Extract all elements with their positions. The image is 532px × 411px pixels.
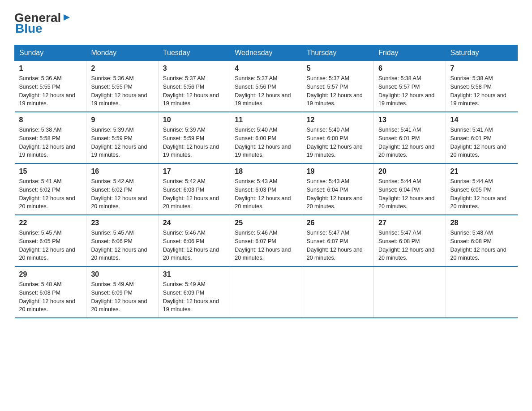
calendar-cell: 11 Sunrise: 5:40 AMSunset: 6:00 PMDaylig…: [230, 112, 302, 163]
calendar-header-monday: Monday: [86, 45, 158, 61]
calendar-cell: 29 Sunrise: 5:48 AMSunset: 6:08 PMDaylig…: [15, 266, 86, 318]
day-number: 21: [450, 167, 513, 176]
calendar-cell: 22 Sunrise: 5:45 AMSunset: 6:05 PMDaylig…: [15, 215, 86, 266]
calendar-week-5: 29 Sunrise: 5:48 AMSunset: 6:08 PMDaylig…: [15, 266, 518, 318]
day-number: 28: [450, 219, 513, 227]
calendar-cell: 12 Sunrise: 5:40 AMSunset: 6:00 PMDaylig…: [302, 112, 373, 163]
day-info: Sunrise: 5:37 AMSunset: 5:56 PMDaylight:…: [163, 74, 225, 108]
day-number: 25: [235, 219, 297, 227]
day-info: Sunrise: 5:46 AMSunset: 6:06 PMDaylight:…: [163, 229, 225, 262]
calendar-cell: 2 Sunrise: 5:36 AMSunset: 5:55 PMDayligh…: [86, 61, 158, 112]
day-info: Sunrise: 5:46 AMSunset: 6:07 PMDaylight:…: [235, 229, 297, 262]
day-info: Sunrise: 5:41 AMSunset: 6:01 PMDaylight:…: [378, 126, 441, 159]
day-number: 31: [163, 270, 225, 278]
day-info: Sunrise: 5:49 AMSunset: 6:09 PMDaylight:…: [163, 280, 225, 314]
calendar-header-sunday: Sunday: [15, 45, 86, 61]
day-number: 24: [163, 219, 225, 227]
day-number: 22: [19, 219, 82, 227]
day-info: Sunrise: 5:40 AMSunset: 6:00 PMDaylight:…: [235, 126, 297, 159]
day-number: 19: [307, 167, 369, 176]
calendar-cell: 9 Sunrise: 5:39 AMSunset: 5:59 PMDayligh…: [86, 112, 158, 163]
day-info: Sunrise: 5:39 AMSunset: 5:59 PMDaylight:…: [163, 126, 225, 159]
day-number: 30: [91, 270, 153, 278]
day-info: Sunrise: 5:47 AMSunset: 6:07 PMDaylight:…: [307, 229, 369, 262]
logo-arrow-icon: [62, 13, 72, 22]
day-number: 1: [19, 64, 82, 73]
calendar-cell: 28 Sunrise: 5:48 AMSunset: 6:08 PMDaylig…: [446, 215, 517, 266]
calendar-cell: 17 Sunrise: 5:42 AMSunset: 6:03 PMDaylig…: [158, 163, 230, 215]
calendar-cell: 13 Sunrise: 5:41 AMSunset: 6:01 PMDaylig…: [374, 112, 446, 163]
day-info: Sunrise: 5:39 AMSunset: 5:59 PMDaylight:…: [91, 126, 153, 159]
calendar-week-4: 22 Sunrise: 5:45 AMSunset: 6:05 PMDaylig…: [15, 215, 518, 266]
page-header: General Blue: [14, 11, 518, 36]
day-info: Sunrise: 5:42 AMSunset: 6:02 PMDaylight:…: [91, 177, 153, 211]
day-number: 14: [450, 116, 513, 124]
calendar-header-row: SundayMondayTuesdayWednesdayThursdayFrid…: [15, 45, 518, 61]
day-number: 27: [378, 219, 441, 227]
day-number: 5: [307, 64, 369, 73]
day-number: 10: [163, 116, 225, 124]
calendar-cell: 19 Sunrise: 5:43 AMSunset: 6:04 PMDaylig…: [302, 163, 373, 215]
calendar-cell: [302, 266, 373, 318]
day-info: Sunrise: 5:38 AMSunset: 5:58 PMDaylight:…: [19, 126, 82, 159]
calendar-cell: 8 Sunrise: 5:38 AMSunset: 5:58 PMDayligh…: [15, 112, 86, 163]
calendar-week-1: 1 Sunrise: 5:36 AMSunset: 5:55 PMDayligh…: [15, 61, 518, 112]
calendar-cell: 24 Sunrise: 5:46 AMSunset: 6:06 PMDaylig…: [158, 215, 230, 266]
day-info: Sunrise: 5:48 AMSunset: 6:08 PMDaylight:…: [19, 280, 82, 314]
calendar-cell: [230, 266, 302, 318]
day-info: Sunrise: 5:43 AMSunset: 6:04 PMDaylight:…: [307, 177, 369, 211]
calendar-cell: 25 Sunrise: 5:46 AMSunset: 6:07 PMDaylig…: [230, 215, 302, 266]
day-info: Sunrise: 5:42 AMSunset: 6:03 PMDaylight:…: [163, 177, 225, 211]
calendar-header-wednesday: Wednesday: [230, 45, 302, 61]
day-info: Sunrise: 5:44 AMSunset: 6:05 PMDaylight:…: [450, 177, 513, 211]
calendar-cell: 23 Sunrise: 5:45 AMSunset: 6:06 PMDaylig…: [86, 215, 158, 266]
calendar-cell: 6 Sunrise: 5:38 AMSunset: 5:57 PMDayligh…: [374, 61, 446, 112]
day-number: 3: [163, 64, 225, 73]
calendar-week-3: 15 Sunrise: 5:41 AMSunset: 6:02 PMDaylig…: [15, 163, 518, 215]
day-info: Sunrise: 5:44 AMSunset: 6:04 PMDaylight:…: [378, 177, 441, 211]
logo: General Blue: [14, 11, 72, 36]
day-info: Sunrise: 5:45 AMSunset: 6:05 PMDaylight:…: [19, 229, 82, 262]
day-number: 17: [163, 167, 225, 176]
day-number: 23: [91, 219, 153, 227]
calendar-cell: 4 Sunrise: 5:37 AMSunset: 5:56 PMDayligh…: [230, 61, 302, 112]
day-info: Sunrise: 5:36 AMSunset: 5:55 PMDaylight:…: [19, 74, 82, 108]
calendar-cell: 7 Sunrise: 5:38 AMSunset: 5:58 PMDayligh…: [446, 61, 517, 112]
calendar-cell: [446, 266, 517, 318]
calendar-cell: 1 Sunrise: 5:36 AMSunset: 5:55 PMDayligh…: [15, 61, 86, 112]
calendar-cell: 21 Sunrise: 5:44 AMSunset: 6:05 PMDaylig…: [446, 163, 517, 215]
day-info: Sunrise: 5:49 AMSunset: 6:09 PMDaylight:…: [91, 280, 153, 314]
day-number: 15: [19, 167, 82, 176]
calendar-table: SundayMondayTuesdayWednesdayThursdayFrid…: [14, 45, 518, 318]
day-number: 8: [19, 116, 82, 124]
svg-marker-0: [64, 14, 70, 21]
day-info: Sunrise: 5:41 AMSunset: 6:01 PMDaylight:…: [450, 126, 513, 159]
calendar-header-saturday: Saturday: [446, 45, 517, 61]
calendar-cell: 27 Sunrise: 5:47 AMSunset: 6:08 PMDaylig…: [374, 215, 446, 266]
day-number: 4: [235, 64, 297, 73]
logo-blue-text: Blue: [15, 21, 43, 36]
calendar-cell: 5 Sunrise: 5:37 AMSunset: 5:57 PMDayligh…: [302, 61, 373, 112]
day-number: 9: [91, 116, 153, 124]
day-number: 2: [91, 64, 153, 73]
calendar-cell: 31 Sunrise: 5:49 AMSunset: 6:09 PMDaylig…: [158, 266, 230, 318]
day-info: Sunrise: 5:38 AMSunset: 5:57 PMDaylight:…: [378, 74, 441, 108]
day-info: Sunrise: 5:36 AMSunset: 5:55 PMDaylight:…: [91, 74, 153, 108]
calendar-header-friday: Friday: [374, 45, 446, 61]
calendar-cell: [374, 266, 446, 318]
day-info: Sunrise: 5:43 AMSunset: 6:03 PMDaylight:…: [235, 177, 297, 211]
day-info: Sunrise: 5:40 AMSunset: 6:00 PMDaylight:…: [307, 126, 369, 159]
calendar-week-2: 8 Sunrise: 5:38 AMSunset: 5:58 PMDayligh…: [15, 112, 518, 163]
calendar-cell: 16 Sunrise: 5:42 AMSunset: 6:02 PMDaylig…: [86, 163, 158, 215]
day-info: Sunrise: 5:48 AMSunset: 6:08 PMDaylight:…: [450, 229, 513, 262]
calendar-cell: 3 Sunrise: 5:37 AMSunset: 5:56 PMDayligh…: [158, 61, 230, 112]
day-info: Sunrise: 5:37 AMSunset: 5:56 PMDaylight:…: [235, 74, 297, 108]
calendar-cell: 20 Sunrise: 5:44 AMSunset: 6:04 PMDaylig…: [374, 163, 446, 215]
day-number: 29: [19, 270, 82, 278]
day-number: 7: [450, 64, 513, 73]
day-number: 6: [378, 64, 441, 73]
day-info: Sunrise: 5:41 AMSunset: 6:02 PMDaylight:…: [19, 177, 82, 211]
day-number: 12: [307, 116, 369, 124]
calendar-cell: 18 Sunrise: 5:43 AMSunset: 6:03 PMDaylig…: [230, 163, 302, 215]
calendar-cell: 10 Sunrise: 5:39 AMSunset: 5:59 PMDaylig…: [158, 112, 230, 163]
